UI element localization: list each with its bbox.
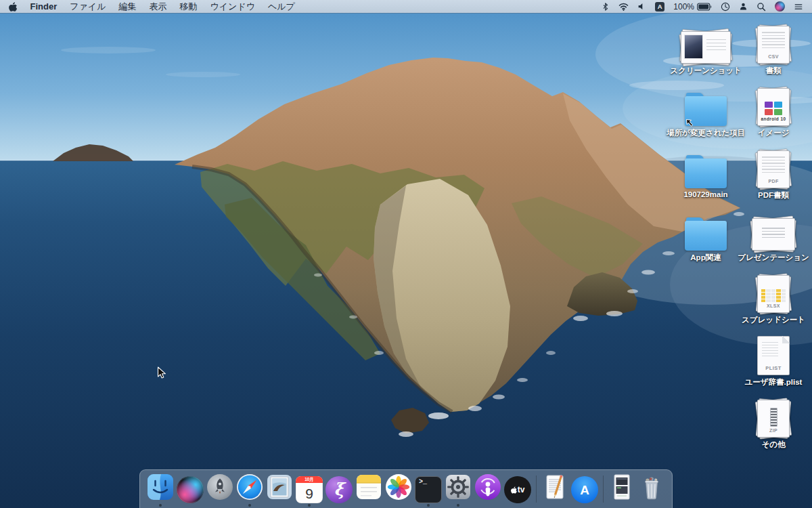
dock-item-textedit[interactable]: [541, 473, 569, 508]
running-indicator-dot: [159, 504, 162, 507]
running-indicator-dot: [308, 504, 311, 507]
stack-docs-icon: CSV: [751, 24, 796, 64]
menu-item-4[interactable]: ウインドウ: [210, 1, 255, 13]
desktop-icon-label: スプレッドシート: [742, 315, 805, 325]
desktop-icon-label: 190729main: [683, 190, 727, 198]
file-plist-icon: PLIST: [757, 336, 790, 375]
dock-item-trash-full[interactable]: [637, 473, 666, 508]
photos-icon: [385, 473, 412, 503]
folder-icon: [685, 211, 727, 251]
stack-sheets-icon: XLSX: [751, 274, 796, 313]
notification-center-icon[interactable]: [794, 2, 803, 12]
running-indicator-dot: [650, 504, 653, 507]
desktop-icon-8[interactable]: XLSXスプレッドシート: [723, 274, 812, 325]
stack-docs-icon: PDF: [751, 149, 796, 188]
photo-thumbnail: [684, 35, 703, 59]
calendar-icon: 10月9: [296, 476, 323, 503]
launchpad-icon: [206, 473, 233, 503]
dock-separator: [536, 475, 537, 503]
desktop-icon-label: 書類: [766, 66, 782, 76]
running-indicator-dot: [397, 504, 400, 507]
siri-icon[interactable]: [775, 1, 785, 12]
menu-item-1[interactable]: 編集: [118, 1, 136, 13]
dock: 10月9ξ>_tvA: [139, 469, 673, 508]
safari-icon: [236, 473, 263, 503]
folder-icon: [685, 217, 727, 251]
desktop-icon-label: プレゼンテーション: [738, 253, 809, 263]
dock-item-document-file[interactable]: [608, 473, 636, 508]
dock-item-launchpad[interactable]: [206, 473, 234, 508]
bluetooth-icon[interactable]: [602, 2, 610, 12]
desktop-icon-7[interactable]: プレゼンテーション: [723, 211, 812, 263]
running-indicator-dot: [487, 504, 489, 507]
dock-item-finder[interactable]: [146, 473, 175, 508]
mouse-cursor: [157, 366, 167, 379]
running-indicator-dot: [516, 504, 519, 507]
volume-icon[interactable]: [637, 2, 646, 11]
stack-images-icon: android 10: [751, 87, 796, 126]
dock-item-notes[interactable]: [355, 473, 383, 508]
alias-folder-icon: [685, 93, 727, 126]
terminal-icon: >_: [415, 476, 442, 503]
folder-icon: [685, 155, 727, 188]
alias-arrow-icon: [685, 118, 694, 127]
wifi-icon[interactable]: [618, 1, 629, 12]
menu-item-3[interactable]: 移動: [179, 1, 197, 13]
calendar-month: 10月: [296, 476, 323, 483]
stack-slides-icon: [751, 211, 796, 251]
textedit-icon: [541, 473, 568, 503]
dock-item-system-preferences[interactable]: [444, 473, 472, 508]
desktop-icon-3[interactable]: android 10イメージ: [723, 87, 812, 138]
dock-item-apple-tv[interactable]: tv: [503, 476, 532, 508]
dock-item-app-store[interactable]: A: [570, 476, 599, 508]
mail-icon: [266, 473, 293, 503]
menu-bar-status: A100%: [602, 1, 803, 12]
emacs-icon: ξ: [325, 476, 353, 503]
battery-icon[interactable]: 100%: [673, 2, 712, 12]
dock-separator: [603, 475, 604, 503]
menu-item-2[interactable]: 表示: [149, 1, 166, 13]
running-indicator-dot: [278, 504, 281, 507]
menu-item-5[interactable]: ヘルプ: [268, 1, 295, 13]
trash-full-icon: [638, 473, 665, 503]
file-type-badge: CSV: [758, 54, 789, 61]
running-indicator-dot: [554, 504, 556, 507]
spotlight-search-icon[interactable]: [757, 2, 766, 12]
clock-icon[interactable]: [721, 2, 730, 12]
dock-item-mail[interactable]: [265, 473, 294, 508]
running-indicator-dot: [219, 504, 221, 507]
menu-item-0[interactable]: ファイル: [70, 1, 106, 13]
dock-item-terminal[interactable]: >_: [414, 476, 443, 508]
dock-item-safari[interactable]: [235, 473, 264, 508]
desktop-icon-label: その他: [761, 440, 785, 450]
dock-item-calendar[interactable]: 10月9: [295, 476, 323, 508]
dock-item-siri[interactable]: [176, 476, 204, 508]
file-type-badge: PLIST: [758, 364, 789, 372]
desktop-icon-10[interactable]: ZIPその他: [723, 398, 812, 450]
desktop-icon-label: PDF書類: [758, 190, 789, 200]
input-source-icon[interactable]: A: [655, 2, 664, 12]
running-indicator-dot: [457, 504, 459, 507]
system-preferences-icon: [445, 473, 472, 503]
file-type-badge: XLSX: [758, 303, 789, 310]
dock-item-podcasts[interactable]: [474, 473, 502, 508]
desktop-icon-1[interactable]: CSV書類: [723, 24, 812, 76]
desktop-icon-9[interactable]: PLISTユーザ辞書.plist: [723, 336, 812, 387]
apple-menu-icon[interactable]: [9, 2, 18, 12]
running-indicator-dot: [583, 504, 586, 507]
active-app-name[interactable]: Finder: [30, 1, 58, 12]
dock-item-photos[interactable]: [384, 473, 413, 508]
desktop-icon-label: App関連: [690, 253, 721, 263]
stack-zip-icon: ZIP: [751, 398, 796, 438]
macos-desktop: Finder ファイル編集表示移動ウインドウヘルプ A100% スクリーンショッ…: [0, 0, 812, 508]
notes-icon: [355, 473, 382, 503]
dock-item-emacs[interactable]: ξ: [325, 476, 353, 508]
running-indicator-dot: [338, 504, 340, 507]
folder-alias-icon: [685, 87, 727, 126]
user-switch-icon[interactable]: [739, 2, 748, 11]
podcasts-icon: [474, 473, 501, 503]
desktop-icon-5[interactable]: PDFPDF書類: [723, 149, 812, 200]
running-indicator-dot: [427, 504, 430, 507]
file-type-badge: PDF: [758, 178, 789, 186]
desktop-icon-label: イメージ: [758, 128, 790, 138]
